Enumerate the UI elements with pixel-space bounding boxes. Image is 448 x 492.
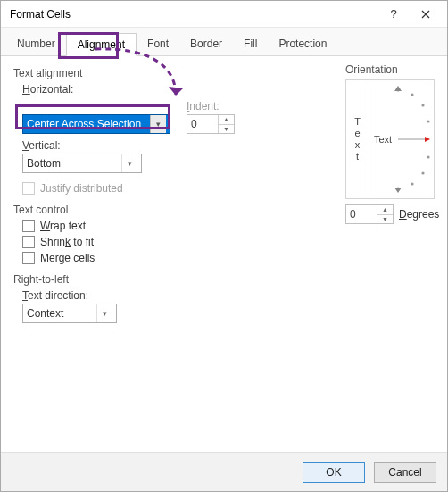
dialog-footer: OK Cancel bbox=[1, 452, 447, 491]
orientation-dial-icon: Text bbox=[369, 81, 434, 197]
help-icon: ? bbox=[390, 7, 396, 21]
degrees-label: Degrees bbox=[399, 208, 439, 221]
horizontal-select[interactable]: Center Across Selection ▾ bbox=[22, 114, 170, 134]
tab-strip: Number Alignment Font Border Fill Protec… bbox=[1, 28, 447, 56]
chevron-down-icon: ▾ bbox=[96, 304, 112, 322]
title-bar: Format Cells ? bbox=[1, 1, 447, 28]
svg-text:Text: Text bbox=[374, 134, 392, 145]
orientation-vertical-text: Text bbox=[354, 116, 361, 163]
tab-alignment[interactable]: Alignment bbox=[66, 33, 137, 56]
svg-marker-12 bbox=[394, 188, 402, 193]
text-direction-value: Context bbox=[27, 307, 63, 320]
tab-font[interactable]: Font bbox=[137, 33, 179, 55]
close-button[interactable] bbox=[410, 2, 442, 27]
spinner-buttons[interactable]: ▲▼ bbox=[218, 115, 234, 133]
tab-border[interactable]: Border bbox=[179, 33, 233, 55]
tab-content: Text alignment Horizontal: Center Across… bbox=[1, 56, 447, 452]
vertical-select[interactable]: Bottom ▾ bbox=[22, 154, 142, 173]
wrap-label: Wrap text bbox=[40, 220, 86, 232]
indent-label: Indent: bbox=[187, 100, 235, 113]
indent-value[interactable] bbox=[187, 115, 218, 133]
dialog-title: Format Cells bbox=[10, 8, 377, 21]
justify-checkbox bbox=[22, 182, 35, 195]
format-cells-dialog: Format Cells ? Number Alignment Font Bor… bbox=[0, 0, 448, 492]
chevron-down-icon: ▾ bbox=[150, 115, 166, 133]
degrees-value[interactable] bbox=[346, 205, 377, 223]
svg-point-4 bbox=[411, 93, 413, 96]
orientation-section: Orientation bbox=[345, 63, 435, 76]
text-direction-label: Text direction: bbox=[22, 289, 435, 302]
merge-checkbox[interactable] bbox=[22, 252, 35, 264]
orientation-box[interactable]: Text Text bbox=[345, 79, 435, 199]
shrink-checkbox[interactable] bbox=[22, 236, 35, 248]
shrink-label: Shrink to fit bbox=[40, 236, 94, 248]
svg-point-9 bbox=[411, 182, 413, 185]
svg-point-7 bbox=[427, 155, 429, 158]
svg-point-8 bbox=[421, 171, 424, 174]
rtl-section: Right-to-left bbox=[13, 273, 435, 286]
chevron-down-icon: ▾ bbox=[121, 154, 137, 172]
degrees-spinner[interactable]: ▲▼ bbox=[345, 204, 394, 224]
tab-fill[interactable]: Fill bbox=[233, 33, 268, 55]
svg-marker-2 bbox=[425, 137, 430, 142]
cancel-button[interactable]: Cancel bbox=[374, 462, 436, 483]
tab-number[interactable]: Number bbox=[6, 33, 66, 55]
svg-marker-11 bbox=[394, 86, 402, 91]
svg-point-6 bbox=[427, 120, 429, 122]
close-icon bbox=[421, 10, 430, 19]
horizontal-value: Center Across Selection bbox=[27, 118, 141, 130]
indent-spinner[interactable]: ▲▼ bbox=[187, 114, 235, 134]
cancel-label: Cancel bbox=[388, 466, 421, 479]
orientation-panel: Orientation Text Text bbox=[345, 62, 435, 224]
tab-protection[interactable]: Protection bbox=[268, 33, 337, 55]
orientation-angle-picker[interactable]: Text bbox=[369, 80, 434, 198]
ok-label: OK bbox=[326, 466, 341, 479]
ok-button[interactable]: OK bbox=[303, 462, 365, 483]
vertical-value: Bottom bbox=[27, 157, 61, 170]
merge-label: Merge cells bbox=[40, 252, 95, 264]
help-button[interactable]: ? bbox=[377, 2, 410, 27]
spinner-buttons[interactable]: ▲▼ bbox=[377, 205, 393, 223]
svg-point-5 bbox=[421, 104, 424, 106]
justify-label: Justify distributed bbox=[40, 182, 123, 195]
wrap-checkbox[interactable] bbox=[22, 220, 35, 232]
text-direction-select[interactable]: Context ▾ bbox=[22, 304, 117, 323]
orientation-vertical-text-button[interactable]: Text bbox=[346, 80, 369, 198]
